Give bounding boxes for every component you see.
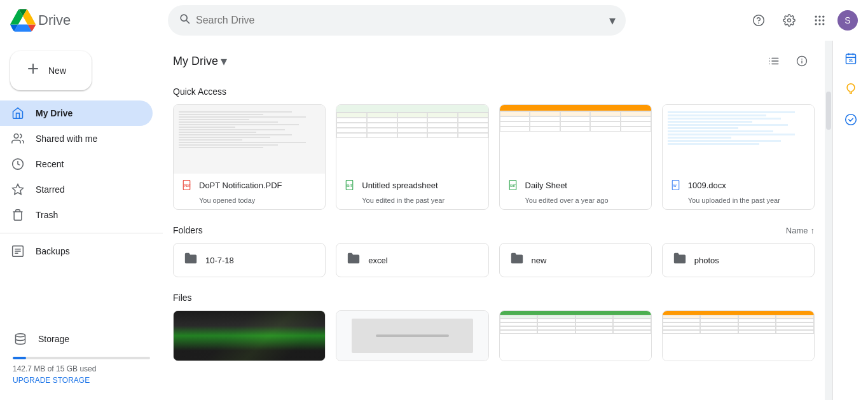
- folder-card-0[interactable]: 10-7-18: [173, 243, 326, 277]
- upgrade-link[interactable]: UPGRADE STORAGE: [13, 376, 150, 385]
- svg-point-2: [815, 15, 817, 17]
- sidebar: New My Drive Shared with me Recent: [0, 41, 163, 400]
- storage-section: Storage 142.7 MB of 15 GB used UPGRADE S…: [0, 316, 163, 395]
- file-thumb-2: [500, 311, 651, 361]
- svg-point-10: [822, 23, 824, 25]
- svg-point-6: [818, 19, 820, 21]
- qa-file-icon-1: PDF: [181, 179, 194, 191]
- folder-card-1[interactable]: excel: [336, 243, 488, 277]
- svg-text:W: W: [673, 184, 677, 188]
- main-layout: New My Drive Shared with me Recent: [0, 41, 868, 400]
- settings-button[interactable]: [776, 8, 802, 33]
- sidebar-item-recent[interactable]: Recent: [0, 151, 153, 177]
- svg-point-1: [758, 22, 759, 24]
- list-view-button[interactable]: [761, 48, 787, 74]
- svg-text:SHT: SHT: [510, 184, 516, 188]
- search-bar[interactable]: ▾: [168, 5, 626, 36]
- file-card-3[interactable]: [662, 310, 815, 361]
- calendar-button[interactable]: 31: [838, 46, 864, 71]
- svg-point-32: [845, 114, 856, 125]
- qa-info-1: PDF DoPT Notification.PDF: [174, 174, 325, 197]
- storage-bar-background: [13, 357, 150, 359]
- sidebar-item-label: Starred: [36, 184, 65, 195]
- folder-name-2: new: [532, 256, 547, 265]
- qa-card-3[interactable]: SHT Daily Sheet You edited over a year a…: [499, 104, 652, 210]
- avatar[interactable]: S: [837, 10, 858, 31]
- sidebar-item-starred[interactable]: Starred: [0, 177, 153, 202]
- new-button[interactable]: New: [10, 51, 92, 90]
- sidebar-item-trash[interactable]: Trash: [0, 202, 153, 228]
- svg-point-8: [815, 23, 817, 25]
- svg-point-7: [822, 19, 824, 21]
- sidebar-item-label: Trash: [36, 210, 58, 220]
- svg-point-11: [14, 134, 18, 139]
- folder-icon: [184, 251, 198, 269]
- folder-name-0: 10-7-18: [205, 256, 234, 265]
- starred-icon: [10, 183, 25, 196]
- file-thumb-1: [336, 311, 488, 361]
- sidebar-item-my-drive[interactable]: My Drive: [0, 100, 153, 126]
- drive-header-right: [761, 48, 815, 74]
- sort-button[interactable]: Name ↑: [786, 226, 815, 235]
- qa-subtext-4: You uploaded in the past year: [663, 197, 814, 209]
- quick-access-title: Quick Access: [173, 81, 815, 104]
- help-button[interactable]: [746, 8, 771, 33]
- file-card-0[interactable]: [173, 310, 326, 361]
- storage-bar-fill: [13, 357, 26, 359]
- file-thumb-0: [174, 311, 325, 361]
- files-title: Files: [173, 293, 815, 303]
- app-name: Drive: [38, 12, 71, 29]
- drive-header: My Drive ▾: [173, 41, 815, 81]
- sidebar-item-backups[interactable]: Backups: [0, 238, 153, 264]
- qa-card-2[interactable]: SHT Untitled spreadsheet You edited in t…: [336, 104, 488, 210]
- apps-button[interactable]: [807, 8, 832, 33]
- qa-filename-3: Daily Sheet: [525, 181, 644, 190]
- qa-thumb-2: [336, 105, 488, 174]
- file-card-2[interactable]: [499, 310, 652, 361]
- svg-marker-13: [13, 184, 24, 195]
- folder-name-1: excel: [368, 256, 387, 265]
- sort-arrow-icon: ↑: [811, 226, 815, 235]
- qa-info-2: SHT Untitled spreadsheet: [336, 174, 488, 197]
- svg-point-4: [822, 15, 824, 17]
- keep-button[interactable]: [838, 76, 864, 102]
- topbar: Drive ▾ S: [0, 0, 868, 41]
- search-input[interactable]: [196, 15, 604, 26]
- svg-text:SHT: SHT: [347, 184, 352, 188]
- drive-title-chevron[interactable]: ▾: [221, 53, 227, 69]
- folder-icon: [510, 251, 524, 269]
- sidebar-item-shared[interactable]: Shared with me: [0, 126, 153, 151]
- qa-thumb-1: [174, 105, 325, 174]
- files-grid: [173, 310, 815, 361]
- new-label: New: [48, 66, 66, 76]
- qa-thumb-3: [500, 105, 651, 174]
- qa-card-1[interactable]: PDF DoPT Notification.PDF You opened tod…: [173, 104, 326, 210]
- svg-point-9: [818, 23, 820, 25]
- logo-area: Drive: [10, 8, 163, 33]
- info-button[interactable]: [789, 48, 815, 74]
- folders-grid: 10-7-18 excel new photos: [173, 243, 815, 277]
- qa-file-icon-4: W: [670, 179, 683, 191]
- qa-card-4[interactable]: W 1009.docx You uploaded in the past yea…: [662, 104, 815, 210]
- svg-point-15: [16, 334, 25, 337]
- scrollbar-area[interactable]: [825, 41, 832, 400]
- qa-info-3: SHT Daily Sheet: [500, 174, 651, 197]
- right-panel: My Drive ▾ Quick Access: [163, 41, 825, 400]
- folder-card-3[interactable]: photos: [662, 243, 815, 277]
- qa-file-icon-2: SHT: [344, 179, 357, 191]
- search-icon: [178, 12, 191, 28]
- qa-filename-1: DoPT Notification.PDF: [199, 181, 317, 190]
- shared-icon: [10, 132, 25, 145]
- folder-name-3: photos: [694, 256, 719, 265]
- svg-text:31: 31: [848, 59, 853, 62]
- file-card-1[interactable]: [336, 310, 488, 361]
- tasks-button[interactable]: [838, 107, 864, 132]
- folder-card-2[interactable]: new: [499, 243, 652, 277]
- folder-icon: [347, 251, 361, 269]
- quick-access-grid: PDF DoPT Notification.PDF You opened tod…: [173, 104, 815, 210]
- storage-label: Storage: [38, 334, 69, 344]
- sidebar-item-label: Backups: [36, 246, 70, 256]
- storage-item[interactable]: Storage: [13, 326, 150, 352]
- search-dropdown-icon[interactable]: ▾: [609, 13, 616, 28]
- sidebar-item-label: Recent: [36, 159, 64, 169]
